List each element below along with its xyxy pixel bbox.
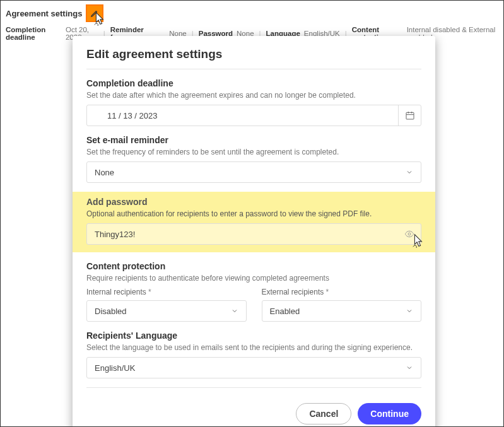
content-protection-section-desc: Require recipients to authenticate befor… — [86, 274, 421, 283]
content-protection-section-title: Content protection — [86, 261, 421, 271]
external-recipients-label: External recipients * — [262, 288, 422, 296]
language-section-title: Recipients' Language — [86, 330, 421, 341]
edit-agreement-settings-dialog: Edit agreement settings Completion deadl… — [73, 36, 435, 427]
dialog-title: Edit agreement settings — [86, 47, 421, 61]
eye-icon — [404, 229, 414, 239]
external-recipients-value: Enabled — [270, 307, 300, 316]
reminder-frequency-select[interactable]: None — [86, 161, 421, 183]
reminder-frequency-value: None — [95, 168, 114, 177]
deadline-label: Completion deadline — [6, 26, 62, 41]
reminder-section-desc: Set the frequency of reminders to be sen… — [86, 148, 421, 156]
reminder-section-title: Set e-mail reminder — [86, 135, 421, 145]
edit-settings-button[interactable] — [86, 4, 103, 22]
password-section-title: Add password — [86, 197, 421, 207]
chevron-down-icon — [406, 168, 413, 176]
password-section-desc: Optional authentication for recipients t… — [86, 209, 421, 218]
language-section-desc: Select the language to be used in emails… — [86, 343, 421, 352]
calendar-icon — [405, 110, 415, 120]
deadline-section-title: Completion deadline — [86, 78, 421, 88]
toggle-password-visibility-button[interactable] — [404, 229, 414, 239]
internal-recipients-value: Disabled — [95, 307, 127, 316]
continue-button[interactable]: Continue — [358, 403, 421, 424]
pencil-icon — [90, 9, 99, 18]
svg-rect-0 — [406, 112, 414, 119]
agreement-settings-title: Agreement settings — [6, 9, 82, 18]
password-value: Thingy123! — [95, 230, 135, 239]
external-recipients-select[interactable]: Enabled — [262, 300, 422, 322]
cancel-button[interactable]: Cancel — [296, 403, 351, 424]
chevron-down-icon — [406, 307, 413, 315]
password-input[interactable]: Thingy123! — [86, 223, 421, 245]
recipients-language-select[interactable]: English/UK — [86, 357, 421, 378]
completion-deadline-input[interactable]: 11 / 13 / 2023 — [86, 105, 421, 126]
internal-recipients-label: Internal recipients * — [86, 288, 247, 296]
chevron-down-icon — [231, 307, 238, 315]
svg-point-7 — [408, 233, 411, 235]
deadline-section-desc: Set the date after which the agreement e… — [86, 91, 421, 100]
calendar-button[interactable] — [398, 105, 421, 126]
internal-recipients-select[interactable]: Disabled — [86, 300, 247, 322]
recipients-language-value: English/UK — [95, 363, 135, 373]
chevron-down-icon — [406, 364, 413, 371]
completion-deadline-value: 11 / 13 / 2023 — [95, 111, 158, 120]
